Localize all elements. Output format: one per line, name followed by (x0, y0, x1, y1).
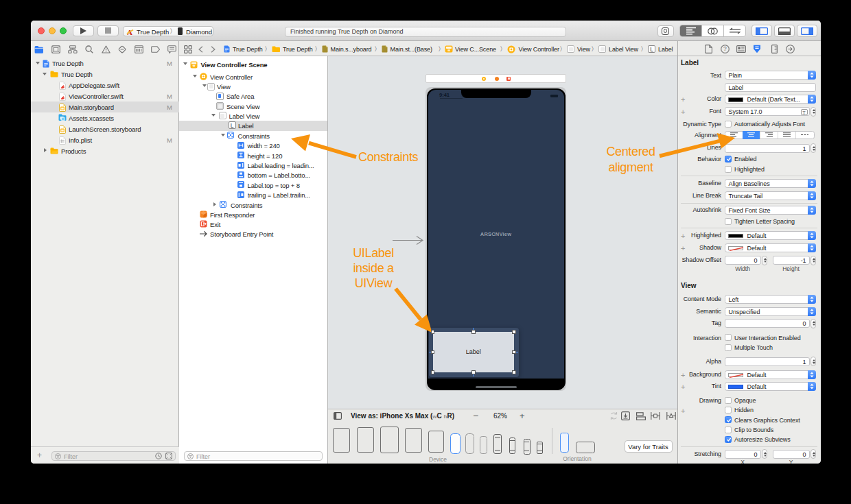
svg-text:?: ? (723, 45, 727, 52)
